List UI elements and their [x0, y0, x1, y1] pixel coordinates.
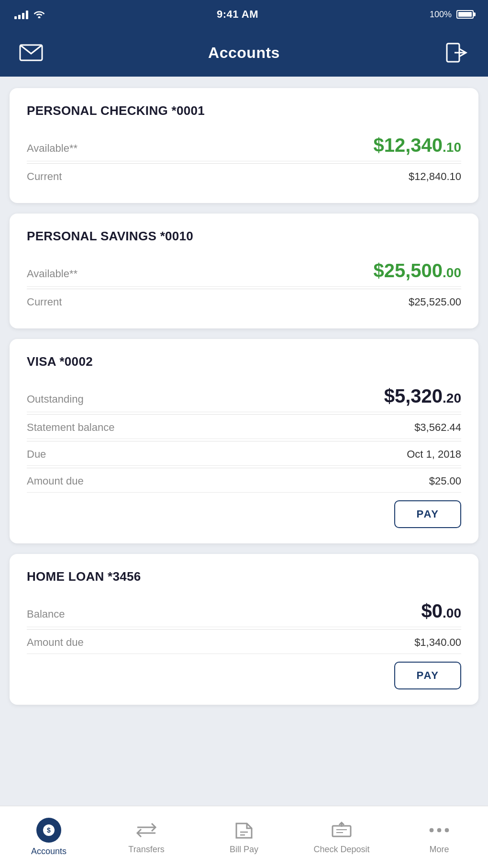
checking-available-value: $12,340.10 [373, 135, 461, 156]
accounts-list: PERSONAL CHECKING *0001 Available** $12,… [0, 77, 488, 806]
nav-label-accounts: Accounts [31, 846, 67, 857]
nav-item-transfers[interactable]: Transfers [98, 806, 195, 868]
visa-card-title: VISA *0002 [27, 354, 461, 369]
visa-amount-due-value: $25.00 [429, 475, 461, 487]
nav-label-more: More [429, 845, 449, 855]
visa-amount-due-label: Amount due [27, 475, 84, 487]
nav-item-check-deposit[interactable]: Check Deposit [293, 806, 390, 868]
svg-point-14 [445, 828, 449, 832]
battery-percentage: 100% [430, 10, 452, 20]
home-loan-card-title: HOME LOAN *3456 [27, 569, 461, 584]
visa-due-label: Due [27, 448, 46, 461]
svg-point-13 [437, 828, 441, 832]
nav-label-bill-pay: Bill Pay [230, 845, 258, 855]
personal-savings-card[interactable]: PERSONAL SAVINGS *0010 Available** $25,5… [10, 214, 478, 328]
status-bar-right: 100% [430, 10, 474, 20]
visa-statement-row: Statement balance $3,562.44 [27, 417, 461, 439]
logout-icon[interactable] [445, 41, 469, 65]
svg-rect-9 [333, 826, 351, 836]
savings-current-row: Current $25,525.00 [27, 291, 461, 313]
status-bar: 9:41 AM 100% [0, 0, 488, 29]
visa-due-value: Oct 1, 2018 [407, 448, 461, 461]
visa-pay-button-row: PAY [27, 493, 461, 528]
checking-current-label: Current [27, 170, 62, 183]
visa-pay-button[interactable]: PAY [394, 500, 461, 528]
visa-due-row: Due Oct 1, 2018 [27, 443, 461, 466]
wifi-icon [33, 9, 45, 21]
nav-label-check-deposit: Check Deposit [313, 845, 369, 855]
visa-statement-value: $3,562.44 [414, 421, 461, 434]
status-bar-left [14, 9, 45, 21]
signal-icon [14, 10, 28, 19]
mail-icon[interactable] [19, 43, 43, 62]
check-deposit-icon [329, 820, 354, 841]
home-loan-amount-due-row: Amount due $1,340.00 [27, 631, 461, 654]
home-loan-amount-due-value: $1,340.00 [414, 636, 461, 649]
nav-label-transfers: Transfers [128, 845, 164, 855]
bill-pay-icon [232, 820, 256, 841]
home-loan-pay-button[interactable]: PAY [394, 662, 461, 689]
savings-current-value: $25,525.00 [409, 296, 461, 308]
savings-available-row: Available** $25,500.00 [27, 255, 461, 287]
visa-outstanding-row: Outstanding $5,320.20 [27, 381, 461, 412]
savings-available-value: $25,500.00 [373, 260, 461, 282]
nav-item-more[interactable]: More [390, 806, 488, 868]
status-time: 9:41 AM [217, 8, 258, 21]
svg-point-12 [430, 828, 433, 832]
page-title: Accounts [208, 44, 280, 62]
battery-icon [456, 10, 474, 19]
home-loan-pay-button-row: PAY [27, 654, 461, 689]
visa-card[interactable]: VISA *0002 Outstanding $5,320.20 Stateme… [10, 339, 478, 543]
checking-current-value: $12,840.10 [409, 170, 461, 183]
more-icon [427, 820, 452, 841]
bottom-nav: $ Accounts Transfers Bill Pay [0, 806, 488, 868]
visa-outstanding-label: Outstanding [27, 393, 84, 406]
accounts-icon: $ [36, 818, 61, 843]
checking-current-row: Current $12,840.10 [27, 166, 461, 188]
home-loan-balance-label: Balance [27, 608, 65, 620]
checking-available-row: Available** $12,340.10 [27, 130, 461, 161]
checking-available-label: Available** [27, 142, 78, 155]
home-loan-amount-due-label: Amount due [27, 636, 84, 649]
app-header: Accounts [0, 29, 488, 77]
visa-amount-due-row: Amount due $25.00 [27, 470, 461, 493]
home-loan-balance-value: $0.00 [421, 600, 461, 622]
savings-current-label: Current [27, 296, 62, 308]
savings-available-label: Available** [27, 268, 78, 280]
home-loan-card[interactable]: HOME LOAN *3456 Balance $0.00 Amount due… [10, 554, 478, 705]
savings-card-title: PERSONAL SAVINGS *0010 [27, 229, 461, 244]
svg-text:$: $ [47, 826, 51, 834]
nav-item-bill-pay[interactable]: Bill Pay [195, 806, 293, 868]
transfers-icon [134, 820, 159, 841]
visa-statement-label: Statement balance [27, 421, 114, 434]
visa-outstanding-value: $5,320.20 [384, 385, 461, 407]
nav-item-accounts[interactable]: $ Accounts [0, 806, 98, 868]
checking-card-title: PERSONAL CHECKING *0001 [27, 103, 461, 118]
personal-checking-card[interactable]: PERSONAL CHECKING *0001 Available** $12,… [10, 88, 478, 203]
home-loan-balance-row: Balance $0.00 [27, 596, 461, 627]
